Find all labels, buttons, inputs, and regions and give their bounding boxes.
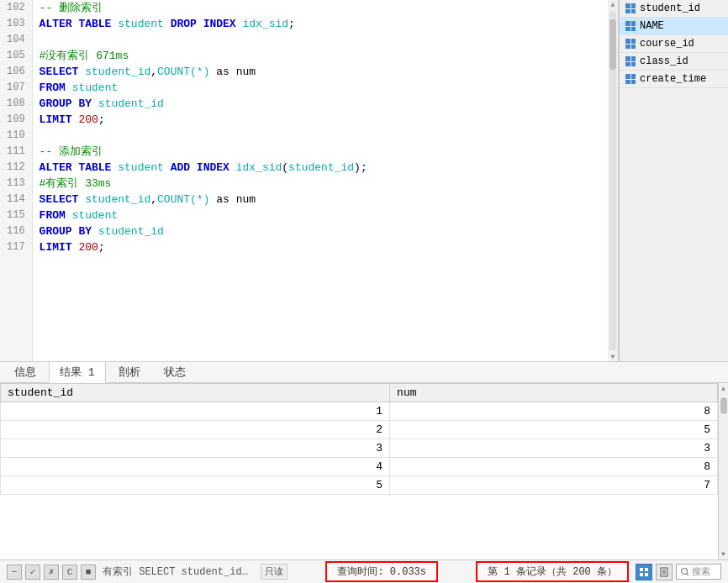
line-numbers: 1021031041051061071081091101111121131141… [0,0,33,361]
code-segment: ; [98,241,105,254]
stop-button[interactable]: ■ [81,565,96,580]
code-segment: GROUP BY [40,97,98,110]
code-segment: ( [282,161,288,174]
code-segment: -- 删除索引 [40,2,103,14]
results-table: student_idnum1825334857 [0,383,718,495]
tab-item[interactable]: 信息 [3,361,47,383]
sidebar-field-item[interactable]: NAME [620,18,728,35]
field-icon [625,55,636,67]
table-cell: 2 [1,421,390,439]
search-box[interactable]: 搜索 [676,564,721,580]
svg-line-9 [687,573,689,575]
code-segment: 200 [78,241,98,254]
status-bar-left: − ✓ ✗ C ■ [7,565,96,580]
doc-view-icon[interactable] [656,564,673,580]
line-number: 111 [7,144,25,160]
code-segment: LIMIT [40,241,79,254]
line-number: 112 [7,160,25,176]
table-cell: 1 [1,402,390,421]
svg-point-8 [682,568,688,574]
query-status-text: 有索引 SELECT student_id,COUN [103,565,254,579]
table-row[interactable]: 57 [1,476,718,495]
table-cell: 3 [1,439,390,458]
line-number: 117 [7,239,25,255]
field-icon [625,3,636,14]
scroll-down-arrow[interactable]: ▼ [611,352,615,361]
code-segment: student_id [98,97,164,110]
code-line: SELECT student_id,COUNT(*) as num [40,64,601,80]
results-scroll-thumb[interactable] [720,397,727,414]
results-scroll-up[interactable]: ▲ [720,383,727,394]
code-segment: GROUP BY [40,225,98,238]
top-section: 1021031041051061071081091101111121131141… [0,0,728,361]
code-segment: ADD INDEX [164,161,236,174]
sidebar-field-item[interactable]: course_id [620,35,728,53]
minus-button[interactable]: − [7,565,22,580]
results-scrollbar[interactable]: ▲ ▼ [718,383,728,559]
line-number: 103 [7,16,25,32]
check-button[interactable]: ✓ [25,565,40,580]
table-row[interactable]: 18 [1,402,718,421]
results-column-header: num [390,384,718,402]
sidebar-field-item[interactable]: create_time [620,71,728,88]
svg-rect-0 [640,568,643,571]
search-placeholder: 搜索 [692,565,717,578]
svg-rect-2 [640,573,643,576]
cross-button[interactable]: ✗ [44,565,59,580]
tab-item[interactable]: 剖析 [108,361,151,383]
code-segment: student_id [98,225,164,238]
code-segment: DROP INDEX [164,18,243,30]
scroll-up-arrow[interactable]: ▲ [611,0,615,9]
code-segment: ); [354,161,367,174]
main-container: 1021031041051061071081091101111121131141… [0,0,728,583]
table-cell: 5 [1,476,390,495]
line-number: 105 [7,48,25,64]
code-segment: student_id [85,193,150,206]
code-segment: #有索引 33ms [40,177,112,190]
field-icon [625,73,636,85]
code-content: -- 删除索引ALTER TABLE student DROP INDEX id… [33,0,608,361]
code-scrollbar[interactable]: ▲ ▼ [608,0,618,361]
svg-rect-1 [645,568,648,571]
right-sidebar: student_idNAMEcourse_idclass_idcreate_ti… [619,0,728,361]
line-number: 116 [7,223,25,239]
code-line [40,32,601,48]
code-line: #没有索引 671ms [40,48,601,64]
code-segment: student [72,209,119,222]
line-number: 106 [7,64,25,80]
tab-item[interactable]: 结果 1 [49,361,106,383]
field-label: class_id [640,55,688,67]
field-label: create_time [640,73,706,85]
sidebar-field-item[interactable]: class_id [620,53,728,71]
code-segment: ; [288,18,295,30]
code-segment: 200 [78,113,98,126]
code-line: #有索引 33ms [40,176,601,192]
code-segment: COUNT(*) [157,193,209,206]
tab-item[interactable]: 状态 [153,361,197,383]
table-cell: 8 [390,458,718,476]
table-row[interactable]: 48 [1,458,718,476]
status-icons: 搜索 [636,564,721,580]
table-cell: 4 [1,458,390,476]
field-icon [625,20,636,32]
code-segment: student [118,18,164,30]
code-segment: student_id [85,66,150,78]
table-row[interactable]: 25 [1,421,718,439]
results-scroll-down[interactable]: ▼ [720,549,727,559]
results-column-header: student_id [1,384,390,402]
svg-rect-3 [645,573,648,576]
table-row[interactable]: 33 [1,439,718,458]
code-segment: FROM [40,81,72,94]
code-line [40,128,601,144]
code-line: GROUP BY student_id [40,96,601,112]
code-segment: , [150,66,157,78]
grid-view-icon[interactable] [636,564,652,580]
results-table-container: student_idnum1825334857 [0,383,718,559]
table-cell: 7 [390,476,718,495]
sidebar-field-item[interactable]: student_id [620,0,728,18]
refresh-button[interactable]: C [62,565,77,580]
scroll-thumb[interactable] [609,19,616,70]
code-segment: #没有索引 671ms [40,50,129,62]
code-line: -- 添加索引 [40,144,601,160]
status-bar: − ✓ ✗ C ■ 有索引 SELECT student_id,COUN 只读 … [0,559,728,583]
